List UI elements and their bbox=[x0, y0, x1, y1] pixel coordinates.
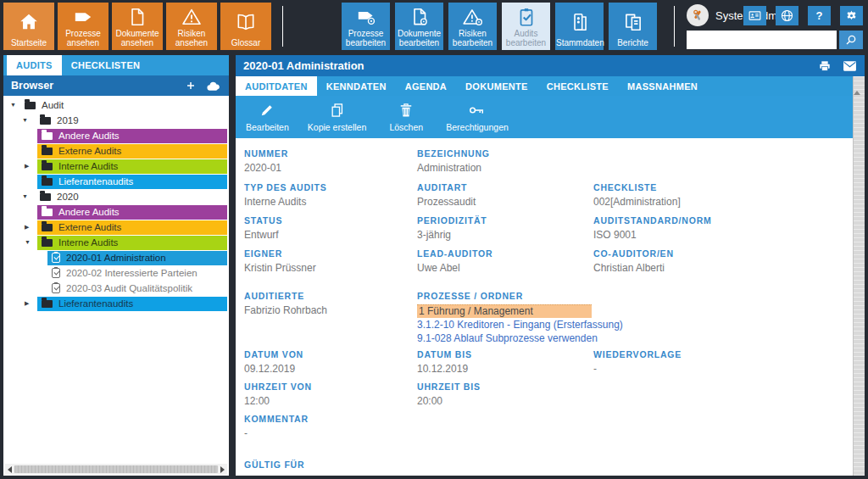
tab-massnahmen[interactable]: MASSNAHMEN bbox=[618, 76, 707, 96]
field-label: PROZESSE / ORDNER bbox=[417, 291, 623, 301]
field-value: Kristin Prüssner bbox=[244, 262, 316, 274]
action-label: Löschen bbox=[389, 122, 423, 132]
field-auditart: AUDITART Prozessaudit bbox=[417, 182, 476, 208]
field-label: BEZEICHNUNG bbox=[417, 148, 490, 159]
search-button[interactable] bbox=[839, 31, 863, 49]
trash-icon bbox=[398, 102, 415, 119]
scrollbar-thumb[interactable] bbox=[14, 465, 218, 473]
tree-item-2020-01-administration[interactable]: 2020-01 Administration bbox=[3, 250, 229, 265]
berechtigungen-button[interactable]: Berechtigungen bbox=[441, 96, 514, 138]
settings-button[interactable] bbox=[840, 6, 863, 25]
tree-label: Audit bbox=[42, 100, 64, 110]
loeschen-button[interactable]: Löschen bbox=[380, 96, 432, 138]
prozesse-bearbeiten-button[interactable]: Prozesse bearbeiten bbox=[342, 3, 390, 50]
tree-label: 2020-01 Administration bbox=[66, 253, 166, 263]
tab-checklisten[interactable]: CHECKLISTEN bbox=[62, 55, 150, 75]
mail-icon[interactable] bbox=[843, 60, 857, 72]
tree-label: Lieferantenaudits bbox=[58, 176, 133, 187]
tree-item-2020-02-interessierte-parteien[interactable]: 2020-02 Interessierte Parteien bbox=[3, 265, 229, 281]
tab-dokumente[interactable]: DOKUMENTE bbox=[456, 76, 537, 96]
reports-icon bbox=[622, 5, 644, 38]
vertical-scrollbar[interactable] bbox=[853, 76, 865, 476]
tab-checkliste[interactable]: CHECKLISTE bbox=[537, 76, 618, 96]
audits-bearbeiten-button[interactable]: Audits bearbeiten bbox=[502, 3, 550, 50]
button-label: Startseite bbox=[4, 38, 53, 47]
add-icon[interactable] bbox=[186, 81, 196, 91]
avatar[interactable] bbox=[687, 4, 709, 26]
cloud-sync-icon[interactable] bbox=[206, 81, 221, 92]
tree-label: 2019 bbox=[57, 115, 79, 125]
berichte-button[interactable]: Berichte bbox=[609, 3, 657, 50]
field-label: GÜLTIG FÜR bbox=[244, 460, 304, 470]
field-value: Administration bbox=[417, 162, 490, 174]
dokumente-bearbeiten-button[interactable]: Dokumente bearbeiten bbox=[395, 3, 443, 50]
contact-card-button[interactable] bbox=[743, 6, 766, 25]
field-label: PERIODIZITÄT bbox=[417, 215, 487, 226]
button-label: Prozesse bearbeiten bbox=[342, 29, 389, 47]
field-prozesse-ordner: PROZESSE / ORDNER 1 Führung / Management… bbox=[417, 291, 623, 345]
search-area bbox=[687, 31, 863, 49]
kopie-erstellen-button[interactable]: Kopie erstellen bbox=[303, 96, 371, 138]
utility-button-group: ? bbox=[743, 6, 863, 25]
tree-node-externe-audits-2019[interactable]: Externe Audits bbox=[3, 143, 229, 159]
field-label: WIEDERVORLAGE bbox=[593, 349, 682, 359]
tree-label: Interne Audits bbox=[58, 161, 118, 171]
field-status: STATUS Entwurf bbox=[244, 215, 282, 241]
tree-node-audit[interactable]: Audit bbox=[3, 97, 229, 113]
field-value: 3-jährig bbox=[417, 229, 487, 241]
tree-item-2020-03-audit-qualitaetspolitik[interactable]: 2020-03 Audit Qualitätspolitik bbox=[3, 281, 229, 296]
search-input[interactable] bbox=[687, 31, 837, 49]
tree-node-2019[interactable]: 2019 bbox=[3, 113, 229, 128]
globe-button[interactable] bbox=[776, 6, 798, 25]
sidebar: AUDITS CHECKLISTEN Browser Audit 2019 An… bbox=[3, 55, 229, 476]
tab-audits[interactable]: AUDITS bbox=[7, 55, 62, 75]
process-item-highlighted[interactable]: 1 Führung / Management bbox=[417, 304, 592, 318]
tree-node-2020[interactable]: 2020 bbox=[3, 189, 229, 204]
clipboard-check-icon bbox=[515, 5, 537, 29]
tree-node-interne-audits-2019[interactable]: Interne Audits bbox=[3, 159, 229, 174]
help-label: ? bbox=[816, 9, 823, 22]
field-uhrzeit-bis: UHRZEIT BIS 20:00 bbox=[417, 382, 481, 407]
print-icon[interactable] bbox=[818, 59, 832, 73]
key-icon bbox=[468, 102, 487, 119]
glossar-button[interactable]: Glossar bbox=[220, 3, 271, 50]
help-button[interactable]: ? bbox=[808, 6, 831, 25]
tree-node-andere-audits-2020[interactable]: Andere Audits bbox=[3, 204, 229, 220]
process-link[interactable]: 9.1-028 Ablauf Subprozesse verwenden bbox=[417, 331, 623, 345]
tree-node-lieferantenaudits-2019[interactable]: Lieferantenaudits bbox=[3, 174, 229, 189]
startseite-button[interactable]: Startseite bbox=[3, 3, 54, 50]
clipboard-icon bbox=[52, 283, 60, 293]
tab-agenda[interactable]: AGENDA bbox=[396, 76, 456, 96]
sidebar-tab-bar: AUDITS CHECKLISTEN bbox=[3, 55, 229, 75]
field-typ-des-audits: TYP DES AUDITS Interne Audits bbox=[244, 182, 327, 208]
scroll-left-icon[interactable] bbox=[8, 466, 12, 473]
tree-node-lieferantenaudits-2020[interactable]: Lieferantenaudits bbox=[3, 296, 229, 311]
main-content: 2020-01 Administration AUDITDATEN KENNDA… bbox=[236, 55, 865, 476]
tree-node-andere-audits-2019[interactable]: Andere Audits bbox=[3, 128, 229, 143]
tab-kenndaten[interactable]: KENNDATEN bbox=[317, 76, 396, 96]
bearbeiten-button[interactable]: Bearbeiten bbox=[241, 96, 294, 138]
scroll-up-icon[interactable] bbox=[854, 76, 860, 95]
prozesse-ansehen-button[interactable]: Prozesse ansehen bbox=[58, 3, 108, 50]
field-label: CHECKLISTE bbox=[593, 182, 681, 192]
scroll-right-icon[interactable] bbox=[220, 466, 225, 473]
dokumente-ansehen-button[interactable]: Dokumente ansehen bbox=[112, 3, 163, 50]
horizontal-scrollbar[interactable] bbox=[5, 464, 227, 475]
tree-node-externe-audits-2020[interactable]: Externe Audits bbox=[3, 220, 229, 235]
folder-icon bbox=[42, 300, 53, 308]
risiken-ansehen-button[interactable]: Risiken ansehen bbox=[166, 3, 217, 50]
tree-label: 2020-02 Interessierte Parteien bbox=[66, 268, 198, 278]
tab-auditdaten[interactable]: AUDITDATEN bbox=[236, 76, 317, 96]
process-link[interactable]: 3.1.2-10 Kreditoren - Eingang (Ersterfas… bbox=[417, 318, 623, 331]
folder-icon bbox=[42, 132, 53, 140]
search-icon bbox=[844, 33, 858, 47]
folder-icon bbox=[42, 178, 53, 186]
tree-node-interne-audits-2020[interactable]: Interne Audits bbox=[3, 235, 229, 250]
toolbar-divider bbox=[674, 6, 675, 47]
toolbar-divider bbox=[282, 6, 283, 47]
risiken-bearbeiten-button[interactable]: Risiken bearbeiten bbox=[448, 3, 497, 50]
field-label: UHRZEIT VON bbox=[244, 382, 312, 392]
audit-form: NUMMER 2020-01 BEZEICHNUNG Administratio… bbox=[236, 138, 853, 476]
tree-label: 2020 bbox=[57, 192, 79, 202]
stammdaten-button[interactable]: Stammdaten bbox=[555, 3, 604, 50]
